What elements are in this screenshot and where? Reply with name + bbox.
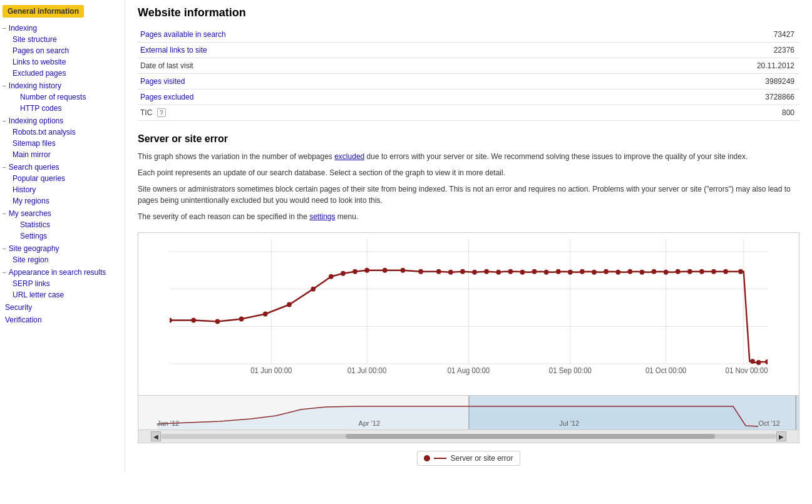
svg-point-52 [756, 360, 761, 365]
sidebar-section-indexing-options: − Indexing options Robots.txt analysis S… [0, 115, 125, 160]
sidebar-item-url-letter-case[interactable]: URL letter case [0, 289, 125, 301]
sidebar-item-number-of-requests[interactable]: Number of requests [0, 91, 125, 103]
svg-point-29 [484, 269, 489, 274]
sidebar: General information − Indexing Site stru… [0, 0, 125, 472]
sidebar-item-robots-txt[interactable]: Robots.txt analysis [0, 126, 125, 138]
sidebar-item-excluded-pages[interactable]: Excluded pages [0, 68, 125, 79]
table-row-tic: TIC ? 800 [138, 105, 799, 121]
pages-excluded-link[interactable]: Pages excluded [140, 93, 193, 101]
table-row-pages-available: Pages available in search 73427 [138, 27, 799, 43]
table-row-last-visit: Date of last visit 20.11.2012 [138, 58, 799, 74]
minimap-area[interactable]: Jan '12 Apr '12 Jul '12 Oct '12 [138, 396, 799, 430]
sidebar-link-appearance[interactable]: Appearance in search results [9, 268, 106, 277]
scroll-left-button[interactable]: ◀ [151, 431, 161, 441]
minimap-label-jan: Jan '12 [157, 419, 179, 427]
svg-point-18 [329, 274, 334, 279]
svg-point-41 [628, 269, 633, 274]
last-visit-value: 20.11.2012 [601, 58, 799, 74]
svg-point-31 [508, 269, 513, 274]
excluded-link[interactable]: excluded [334, 152, 364, 161]
sidebar-section-header-appearance[interactable]: − Appearance in search results [0, 267, 125, 278]
svg-point-32 [520, 270, 525, 275]
minimap-label-apr: Apr '12 [359, 419, 381, 427]
sidebar-section-header-search-queries[interactable]: − Search queries [0, 162, 125, 173]
sidebar-section-header-site-geography[interactable]: − Site geography [0, 243, 125, 254]
sidebar-item-links-to-website[interactable]: Links to website [0, 56, 125, 68]
settings-link[interactable]: settings [309, 212, 335, 221]
pages-visited-value: 3989249 [601, 74, 799, 90]
svg-point-40 [615, 270, 620, 275]
svg-point-38 [592, 270, 597, 275]
sidebar-section-header-verification[interactable]: Verification [0, 314, 125, 326]
sidebar-link-security[interactable]: Security [3, 303, 32, 312]
svg-point-34 [544, 270, 549, 275]
sidebar-link-indexing-options[interactable]: Indexing options [9, 116, 63, 125]
sidebar-section-indexing: − Indexing Site structure Pages on searc… [0, 23, 125, 79]
sidebar-link-verification[interactable]: Verification [3, 316, 42, 324]
svg-text:01 Jun 00:00: 01 Jun 00:00 [250, 366, 292, 374]
general-info-button[interactable]: General information [3, 5, 84, 18]
pages-available-value: 73427 [601, 27, 799, 43]
desc3: Site owners or administrators sometimes … [138, 183, 799, 206]
sidebar-link-site-geography[interactable]: Site geography [9, 244, 59, 253]
scrollbar-area: ◀ ▶ [138, 430, 799, 443]
svg-point-17 [311, 287, 316, 292]
svg-point-15 [263, 311, 268, 316]
svg-point-36 [568, 270, 573, 275]
sidebar-item-history[interactable]: History [0, 184, 125, 195]
pages-available-link[interactable]: Pages available in search [140, 30, 226, 39]
svg-point-44 [664, 270, 669, 275]
expand-icon-indexing: − [3, 25, 6, 32]
svg-point-33 [532, 269, 537, 274]
sidebar-item-my-regions[interactable]: My regions [0, 195, 125, 207]
sidebar-link-indexing[interactable]: Indexing [9, 24, 37, 33]
svg-point-45 [676, 269, 681, 274]
svg-point-22 [383, 268, 388, 273]
svg-point-26 [448, 270, 453, 275]
external-links-link[interactable]: External links to site [140, 46, 207, 54]
svg-point-42 [640, 270, 645, 275]
table-row-pages-excluded: Pages excluded 3728866 [138, 90, 799, 105]
legend-item-server-error[interactable]: Server or site error [417, 451, 520, 466]
scroll-right-button[interactable]: ▶ [776, 431, 786, 441]
sidebar-section-header-indexing-options[interactable]: − Indexing options [0, 115, 125, 126]
sidebar-section-header-my-searches[interactable]: − My searches [0, 208, 125, 219]
svg-point-25 [436, 269, 441, 274]
svg-text:01 Oct 00:00: 01 Oct 00:00 [645, 366, 687, 374]
sidebar-item-main-mirror[interactable]: Main mirror [0, 149, 125, 160]
sidebar-section-security: Security [0, 302, 125, 313]
sidebar-section-header-indexing-history[interactable]: − Indexing history [0, 80, 125, 91]
sidebar-item-http-codes[interactable]: HTTP codes [0, 103, 125, 114]
chart-area[interactable]: 40 [138, 233, 799, 396]
website-info-table: Pages available in search 73427 External… [138, 27, 799, 121]
sidebar-link-my-searches[interactable]: My searches [9, 209, 51, 218]
sidebar-item-popular-queries[interactable]: Popular queries [0, 173, 125, 184]
sidebar-item-site-structure[interactable]: Site structure [0, 34, 125, 45]
sidebar-item-statistics[interactable]: Statistics [0, 219, 125, 230]
svg-point-46 [687, 269, 692, 274]
svg-point-49 [723, 269, 728, 274]
sidebar-item-site-region[interactable]: Site region [0, 254, 125, 265]
tic-info-icon[interactable]: ? [157, 108, 166, 117]
sidebar-item-serp-links[interactable]: SERP links [0, 278, 125, 289]
pages-visited-link[interactable]: Pages visited [140, 77, 185, 86]
legend-dot [424, 455, 430, 461]
scroll-thumb[interactable] [346, 434, 715, 439]
svg-text:01 Sep 00:00: 01 Sep 00:00 [549, 366, 592, 374]
sidebar-section-my-searches: − My searches Statistics Settings [0, 208, 125, 242]
sidebar-item-pages-on-search[interactable]: Pages on search [0, 45, 125, 56]
website-info-title: Website information [138, 6, 799, 19]
sidebar-item-settings[interactable]: Settings [0, 230, 125, 242]
sidebar-link-indexing-history[interactable]: Indexing history [9, 81, 61, 90]
sidebar-section-header-security[interactable]: Security [0, 302, 125, 313]
tic-label: TIC ? [138, 105, 601, 121]
table-row-pages-visited: Pages visited 3989249 [138, 74, 799, 90]
expand-icon-search-queries: − [3, 164, 6, 171]
sidebar-link-search-queries[interactable]: Search queries [9, 163, 59, 172]
sidebar-item-sitemap-files[interactable]: Sitemap files [0, 138, 125, 149]
tic-value: 800 [601, 105, 799, 121]
last-visit-label: Date of last visit [138, 58, 601, 74]
scroll-track[interactable] [161, 434, 776, 439]
sidebar-section-header-indexing[interactable]: − Indexing [0, 23, 125, 34]
expand-icon-indexing-history: − [3, 83, 6, 90]
